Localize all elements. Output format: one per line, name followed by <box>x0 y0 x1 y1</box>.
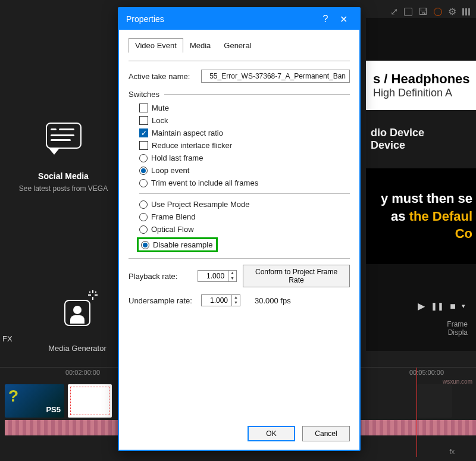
optical-flow-label: Optical Flow <box>151 225 194 234</box>
spin-down-icon[interactable]: ▼ <box>228 276 236 281</box>
cancel-button[interactable]: Cancel <box>302 426 350 441</box>
maintain-aspect-option[interactable]: ✓Maintain aspect ratio <box>139 128 350 137</box>
social-media-title: Social Media <box>8 171 118 181</box>
lock-label: Lock <box>152 116 168 125</box>
active-take-input[interactable]: 55_Error_WS-37368-7_A_Permanent_Ban <box>201 70 350 83</box>
switches-header: Switches <box>129 90 159 99</box>
hold-frame-option[interactable]: Hold last frame <box>139 153 350 162</box>
preview-lower-2: as the Defaul <box>369 208 472 225</box>
radio-checked-icon[interactable] <box>141 241 149 249</box>
preview-lower-3: Co <box>369 225 472 243</box>
frame-blend-label: Frame Blend <box>151 212 195 221</box>
close-icon[interactable]: ✕ <box>334 14 352 25</box>
preview-mid-1: dio Device <box>371 127 471 139</box>
doc-icon[interactable] <box>404 8 412 16</box>
svg-rect-0 <box>92 290 93 293</box>
optical-flow-option[interactable]: Optical Flow <box>139 225 350 234</box>
speech-bubble-icon <box>40 119 87 161</box>
lock-option[interactable]: Lock <box>139 116 350 125</box>
tab-media[interactable]: Media <box>183 38 217 53</box>
stop-icon[interactable]: ■ <box>450 301 456 312</box>
playback-rate-input[interactable] <box>198 270 228 282</box>
mute-option[interactable]: Mute <box>139 104 350 112</box>
maintain-label: Maintain aspect ratio <box>152 128 223 137</box>
disable-resample-option[interactable]: Disable resample <box>137 237 350 252</box>
reduce-flicker-option[interactable]: Reduce interlace flicker <box>139 141 350 150</box>
playhead[interactable] <box>416 368 417 457</box>
checkbox-icon[interactable] <box>139 104 148 112</box>
dialog-title: Properties <box>126 14 164 24</box>
preview-mid-2: Device <box>371 139 471 152</box>
play-icon[interactable]: ▶ <box>418 300 425 312</box>
video-clip[interactable] <box>416 384 452 418</box>
meter-icon[interactable] <box>462 8 470 15</box>
radio-icon[interactable] <box>139 213 148 221</box>
pause-icon[interactable]: ❚❚ <box>431 302 444 311</box>
record-icon[interactable] <box>434 8 442 16</box>
preview-lower-1: y must then se <box>369 190 472 208</box>
tab-general[interactable]: General <box>217 38 258 53</box>
video-clip[interactable] <box>68 384 112 418</box>
expand-icon[interactable]: ⤢ <box>390 6 398 17</box>
ruler-tick: 00:05:00:00 <box>409 369 444 376</box>
radio-icon[interactable] <box>139 179 148 187</box>
display-label: Displa <box>447 328 468 337</box>
conform-button[interactable]: Conform to Project Frame Rate <box>243 265 350 287</box>
reduce-label: Reduce interlace flicker <box>152 141 232 150</box>
trim-event-option[interactable]: Trim event to include all frames <box>139 178 350 187</box>
radio-icon[interactable] <box>139 154 148 162</box>
spin-down-icon[interactable]: ▼ <box>232 300 240 306</box>
tab-video-event[interactable]: Video Event <box>129 38 183 53</box>
checkbox-icon[interactable] <box>139 116 148 125</box>
help-icon[interactable]: ? <box>317 14 334 24</box>
radio-checked-icon[interactable] <box>139 167 148 175</box>
media-generator-card[interactable]: Media Generator <box>36 291 119 353</box>
disable-resample-label: Disable resample <box>153 240 212 249</box>
preview-hdr-2: High Definition A <box>373 87 472 99</box>
app-topbar: ⤢ 🖫 ⚙ <box>390 6 470 17</box>
frame-blend-option[interactable]: Frame Blend <box>139 212 350 221</box>
save-icon[interactable]: 🖫 <box>418 7 428 17</box>
svg-rect-1 <box>88 294 91 296</box>
ok-button[interactable]: OK <box>248 426 295 441</box>
social-media-card[interactable]: Social Media See latest posts from VEGA <box>8 119 118 193</box>
frame-label: Frame <box>447 320 468 328</box>
undersample-rate-stepper[interactable]: ▲▼ <box>201 294 240 306</box>
track-fx-label[interactable]: fx <box>449 448 455 455</box>
video-clip[interactable]: ? <box>5 384 64 418</box>
radio-icon[interactable] <box>139 225 148 234</box>
watermark: wsxun.com <box>443 378 472 385</box>
svg-rect-3 <box>92 297 93 300</box>
settings-icon[interactable]: ⚙ <box>448 6 456 17</box>
fps-readout: 30.000 fps <box>255 296 291 305</box>
preview-status: Frame Displa <box>447 320 468 337</box>
fx-label: FX <box>2 334 12 343</box>
svg-rect-2 <box>95 294 98 296</box>
mute-label: Mute <box>152 104 169 112</box>
svg-rect-4 <box>89 291 90 293</box>
dialog-titlebar[interactable]: Properties ? ✕ <box>119 8 359 30</box>
playback-rate-stepper[interactable]: ▲▼ <box>198 270 237 282</box>
undersample-rate-input[interactable] <box>201 294 232 306</box>
radio-icon[interactable] <box>139 200 148 209</box>
preview-header: s / Headphones High Definition A <box>366 61 476 110</box>
ruler-tick: 00:02:00:00 <box>65 369 100 376</box>
project-resample-label: Use Project Resample Mode <box>151 200 249 209</box>
checkbox-checked-icon[interactable]: ✓ <box>139 128 148 137</box>
playback-rate-label: Playback rate: <box>129 272 192 281</box>
preview-hdr-1: s / Headphones <box>373 71 470 86</box>
media-generator-icon <box>54 291 101 333</box>
options-icon[interactable]: ▾ <box>462 302 465 310</box>
preview-controls: ▶ ❚❚ ■ ▾ <box>418 300 465 312</box>
project-resample-option[interactable]: Use Project Resample Mode <box>139 200 350 209</box>
loop-label: Loop event <box>151 166 189 175</box>
preview-lower: y must then se as the Defaul Co <box>366 168 476 264</box>
spin-up-icon[interactable]: ▲ <box>228 271 236 276</box>
undersample-rate-label: Undersample rate: <box>129 296 195 305</box>
active-take-label: Active take name: <box>129 72 195 81</box>
social-media-sub: See latest posts from VEGA <box>8 184 118 193</box>
checkbox-icon[interactable] <box>139 141 148 150</box>
hold-label: Hold last frame <box>151 153 203 162</box>
loop-event-option[interactable]: Loop event <box>139 166 350 175</box>
spin-up-icon[interactable]: ▲ <box>232 295 240 300</box>
